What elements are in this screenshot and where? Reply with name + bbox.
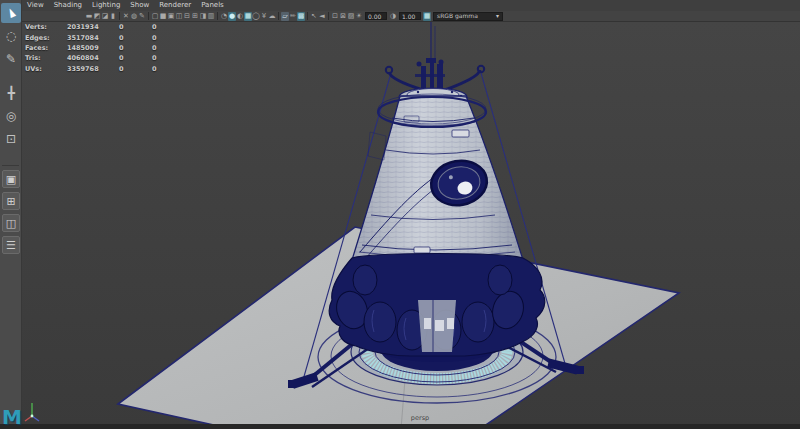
xray-icon[interactable]: ◍ <box>130 12 138 21</box>
menu-shading[interactable]: Shading <box>54 0 82 11</box>
hud-col1: 0 <box>119 54 152 62</box>
perspective-viewport[interactable]: Verts:203193400Edges:351708400Faces:1485… <box>22 22 800 429</box>
maya-logo: M <box>2 405 22 429</box>
paint-select-tool[interactable]: ✎ <box>1 49 21 69</box>
maya-window: ►◌✎╋◎⊡▣⊞◫☰ ViewShadingLightingShowRender… <box>0 0 800 429</box>
snapshot-icon[interactable]: ▨ <box>347 12 355 21</box>
select-tool[interactable]: ► <box>1 3 21 23</box>
toolbox-sidebar: ►◌✎╋◎⊡▣⊞◫☰ <box>0 0 22 429</box>
hud-row-uvs: UVs:335976800 <box>25 64 185 74</box>
hud-row-faces: Faces:148500900 <box>25 43 185 53</box>
bounding-box-mode-icon[interactable]: ▣ <box>167 12 175 21</box>
isolate: ↖◄ <box>310 12 326 21</box>
rotate-tool[interactable]: ◎ <box>1 106 21 126</box>
menu-panels[interactable]: Panels <box>201 0 224 11</box>
menu-lighting[interactable]: Lighting <box>92 0 120 11</box>
viewport-panel: ViewShadingLightingShowRendererPanels ▬◩… <box>22 0 800 429</box>
layout-outliner[interactable]: ☰ <box>2 236 20 254</box>
toolbar-separator <box>278 12 279 20</box>
hud-col1: 0 <box>119 65 152 73</box>
toolbar-separator <box>119 12 120 20</box>
heads-up-display: Verts:203193400Edges:351708400Faces:1485… <box>25 22 185 74</box>
joint-xray-icon[interactable]: ✕ <box>122 12 130 21</box>
scale-tool-icon: ⊡ <box>6 132 16 146</box>
scene-canvas <box>22 22 800 429</box>
shading-modes: ▢■▣◫⊟⊞◨▥ <box>151 12 215 21</box>
toolbar-separator <box>148 12 149 20</box>
isolate-select-icon[interactable]: ↖ <box>310 12 318 21</box>
layout-four-pane[interactable]: ⊞ <box>2 192 20 210</box>
hud-value: 1485009 <box>67 44 119 52</box>
default-light-icon[interactable]: ● <box>228 12 236 21</box>
gamma-field[interactable]: 1.00 <box>399 12 421 20</box>
exposure-field[interactable]: 0.00 <box>365 12 387 20</box>
hud-value: 3359768 <box>67 65 119 73</box>
view-transform-dropdown[interactable]: sRGB gamma ▾ <box>433 12 503 21</box>
shaded-wireframe-icon[interactable]: ⊞ <box>191 12 199 21</box>
hud-value: 4060804 <box>67 54 119 62</box>
panel-toolbar: ▬◩◪▮✕◍✎▢■▣◫⊟⊞◨▥◔●◐▦◯¥☁▱✏▩↖◄⊡⊠▨ ☀ 0.00 ◑ … <box>22 11 800 22</box>
plane-select-icon[interactable]: ▱ <box>281 12 289 21</box>
wireframe-on-shaded-icon[interactable]: ✎ <box>138 12 146 21</box>
use-default-material-icon[interactable]: ⊟ <box>183 12 191 21</box>
isolate-add-icon[interactable]: ◄ <box>318 12 326 21</box>
view-axis-gizmo <box>23 400 41 424</box>
move-tool-icon: ╋ <box>7 86 14 100</box>
hud-label: Faces: <box>25 44 67 52</box>
hud-col1: 0 <box>119 44 152 52</box>
hud-row-verts: Verts:203193400 <box>25 22 185 32</box>
copy-buffer-icon[interactable]: ⊡ <box>331 12 339 21</box>
wireframe-mode-icon[interactable]: ▢ <box>151 12 159 21</box>
lasso-tool-icon: ◌ <box>6 29 16 43</box>
bottom-edge-strip <box>0 424 800 429</box>
gamma-icon[interactable]: ◑ <box>389 12 397 21</box>
hud-col1: 0 <box>119 23 152 31</box>
scale-tool[interactable]: ⊡ <box>1 129 21 149</box>
nozzle-cluster <box>329 254 545 363</box>
shadows-icon[interactable]: ◐ <box>236 12 244 21</box>
move-tool[interactable]: ╋ <box>1 83 21 103</box>
hud-row-edges: Edges:351708400 <box>25 32 185 42</box>
xray-tools: ✕◍✎ <box>122 12 146 21</box>
exposure-icon[interactable]: ☀ <box>355 12 363 21</box>
lasso-tool[interactable]: ◌ <box>1 26 21 46</box>
grid-display-icon[interactable]: ▩ <box>297 12 305 21</box>
hud-label: Edges: <box>25 34 67 42</box>
camera-label: persp <box>390 414 450 422</box>
hud-value: 2031934 <box>67 23 119 31</box>
layout-single-pane[interactable]: ▣ <box>2 170 20 188</box>
menu-show[interactable]: Show <box>130 0 149 11</box>
hud-col2: 0 <box>152 23 185 31</box>
color-managed-icon[interactable]: ▦ <box>423 12 431 21</box>
paste-buffer-icon[interactable]: ⊠ <box>339 12 347 21</box>
layout-split-pane[interactable]: ◫ <box>2 214 20 232</box>
motion-blur-icon[interactable]: ◯ <box>252 12 260 21</box>
hud-row-tris: Tris:406080400 <box>25 53 185 63</box>
view-transform-value: sRGB gamma <box>437 12 478 20</box>
fog-icon[interactable]: ☁ <box>268 12 276 21</box>
next-bookmark-icon[interactable]: ◪ <box>101 12 109 21</box>
toolbar-separator <box>328 12 329 20</box>
grease-pencil-icon[interactable]: ▬ <box>85 12 93 21</box>
sidebar-separator <box>2 165 19 166</box>
hud-label: Tris: <box>25 54 67 62</box>
paint-effects-icon[interactable]: ✏ <box>289 12 297 21</box>
hud-label: Verts: <box>25 23 67 31</box>
image-plane-icon[interactable]: ▮ <box>109 12 117 21</box>
menu-view[interactable]: View <box>27 0 44 11</box>
light-icon[interactable]: ¥ <box>260 12 268 21</box>
backface-culling-icon[interactable]: ◨ <box>199 12 207 21</box>
smooth-shade-mode-icon[interactable]: ■ <box>159 12 167 21</box>
hud-label: UVs: <box>25 65 67 73</box>
smooth-mesh-icon[interactable]: ▥ <box>207 12 215 21</box>
menu-renderer[interactable]: Renderer <box>159 0 191 11</box>
camera-tools: ▬◩◪▮ <box>85 12 117 21</box>
textured-mode-icon[interactable]: ◫ <box>175 12 183 21</box>
hud-col2: 0 <box>152 34 185 42</box>
prev-bookmark-icon[interactable]: ◩ <box>93 12 101 21</box>
toolbar-separator <box>307 12 308 20</box>
hud-value: 3517084 <box>67 34 119 42</box>
hud-col2: 0 <box>152 65 185 73</box>
ambient-occlusion-icon[interactable]: ▦ <box>244 12 252 21</box>
use-all-lights-icon[interactable]: ◔ <box>220 12 228 21</box>
